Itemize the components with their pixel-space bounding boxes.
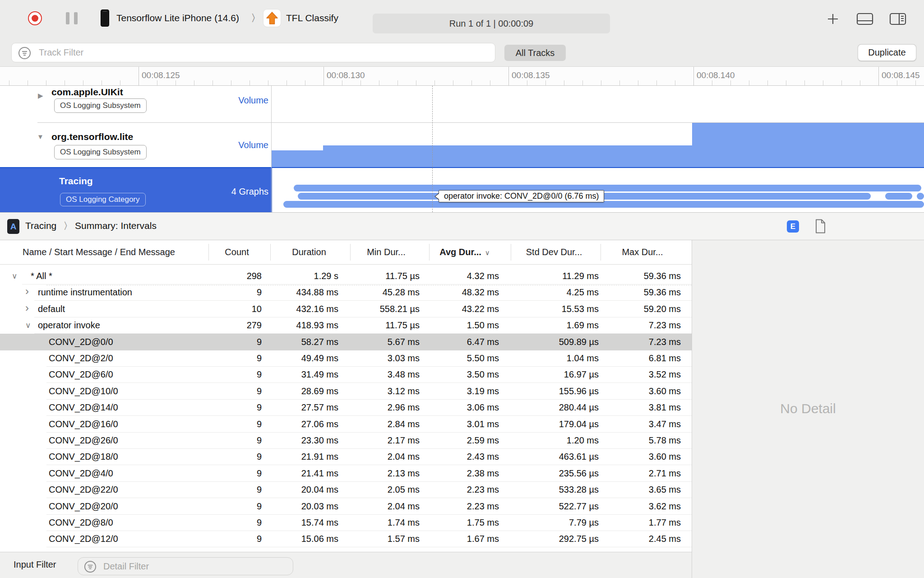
cell-value: 15.53 ms <box>513 304 599 314</box>
record-button[interactable] <box>28 11 42 25</box>
column-header-name[interactable]: Name / Start Message / End Message <box>23 247 175 257</box>
no-detail-placeholder: No Detail <box>692 401 924 416</box>
ruler-minor-tick <box>434 80 435 85</box>
detail-filter-input[interactable]: Detail Filter <box>78 557 293 575</box>
table-row[interactable]: ∨operator invoke279418.93 ms11.75 µs1.50… <box>0 317 692 334</box>
cell-value: 9 <box>211 402 262 413</box>
column-separator[interactable] <box>429 244 430 261</box>
cell-value: 16.97 µs <box>513 369 599 380</box>
row-disclosure-icon[interactable]: › <box>25 285 29 298</box>
cell-value: 2.23 ms <box>432 485 499 495</box>
ruler-minor-tick <box>65 80 65 85</box>
table-row[interactable]: CONV_2D@12/0915.06 ms1.57 ms1.67 ms292.7… <box>0 531 692 547</box>
run-info[interactable]: Run 1 of 1 | 00:00:09 <box>373 14 610 33</box>
add-instrument-icon[interactable] <box>827 13 839 27</box>
table-row[interactable]: CONV_2D@4/0921.41 ms2.13 ms2.38 ms235.56… <box>0 465 692 482</box>
duplicate-button[interactable]: Duplicate <box>858 44 916 61</box>
cell-name: default <box>38 304 65 314</box>
cell-name: CONV_2D@26/0 <box>49 435 118 446</box>
document-icon[interactable] <box>815 219 826 235</box>
app-icon <box>263 9 281 27</box>
row-disclosure-icon[interactable]: ∨ <box>12 271 17 281</box>
column-separator[interactable] <box>601 244 601 261</box>
ruler-minor-tick <box>749 80 749 85</box>
table-row[interactable]: CONV_2D@20/0920.03 ms2.04 ms2.23 ms522.7… <box>0 498 692 515</box>
track-title-tensorflow[interactable]: org.tensorflow.lite <box>51 131 133 142</box>
track-filter-input[interactable]: Track Filter <box>11 43 495 62</box>
track-header-tracing[interactable]: Tracing OS Logging Category 4 Graphs <box>0 168 271 212</box>
cell-value: 1.67 ms <box>432 534 499 544</box>
playhead-line[interactable] <box>432 86 433 212</box>
row-disclosure-icon[interactable]: ∨ <box>25 321 31 330</box>
table-row[interactable]: CONV_2D@14/0927.57 ms2.96 ms3.06 ms280.4… <box>0 399 692 416</box>
cell-value: 4.25 ms <box>513 287 599 298</box>
column-header[interactable]: Max Dur... <box>591 247 694 257</box>
cell-value: 59.20 ms <box>603 304 681 314</box>
instruments-window: Tensorflow Lite iPhone (14.6) 〉 TFL Clas… <box>0 0 924 578</box>
timeline-ruler[interactable]: 00:08.12500:08.13000:08.13500:08.14000:0… <box>0 67 924 86</box>
interval-tooltip: operator invoke: CONV_2D@0/0 (6.76 ms) <box>439 190 604 202</box>
filter-icon <box>84 560 97 575</box>
all-tracks-button[interactable]: All Tracks <box>504 45 566 61</box>
ruler-minor-tick <box>712 80 712 85</box>
table-row[interactable]: CONV_2D@26/0923.30 ms2.17 ms2.59 ms1.20 … <box>0 432 692 449</box>
table-row[interactable]: CONV_2D@2/0949.49 ms3.03 ms5.50 ms1.04 m… <box>0 350 692 367</box>
column-separator[interactable] <box>511 244 511 261</box>
table-row[interactable]: CONV_2D@22/0920.04 ms2.05 ms2.23 ms533.2… <box>0 481 692 498</box>
breadcrumb-page[interactable]: Summary: Intervals <box>75 220 157 231</box>
cell-value: 6.47 ms <box>432 337 499 347</box>
column-separator[interactable] <box>350 244 351 261</box>
cell-value: 23.30 ms <box>273 435 338 446</box>
cell-value: 9 <box>211 369 262 380</box>
cell-value: 2.43 ms <box>432 452 499 462</box>
column-header[interactable]: Avg Dur...∨ <box>413 247 517 257</box>
column-separator[interactable] <box>270 244 271 261</box>
ruler-minor-tick <box>656 80 657 85</box>
cell-value: 9 <box>211 287 262 298</box>
table-row[interactable]: ∨* All *2981.29 s11.75 µs4.32 ms11.29 ms… <box>0 268 692 284</box>
disclosure-collapsed-icon[interactable]: ▶ <box>38 92 43 100</box>
table-row[interactable]: CONV_2D@8/0915.74 ms1.74 ms1.75 ms7.79 µ… <box>0 514 692 531</box>
ruler-minor-tick <box>786 80 786 85</box>
cell-value: 2.59 ms <box>432 435 499 446</box>
cell-name: CONV_2D@20/0 <box>49 501 118 512</box>
table-row[interactable]: ›default10432.16 ms558.21 µs43.22 ms15.5… <box>0 301 692 317</box>
app-name[interactable]: TFL Classify <box>286 13 338 23</box>
histogram-segment <box>323 145 692 168</box>
interval-bar[interactable] <box>885 193 912 200</box>
cell-value: 3.47 ms <box>603 419 681 429</box>
disclosure-expanded-icon[interactable]: ▼ <box>37 133 44 140</box>
ruler-tick-label: 00:08.130 <box>327 70 365 80</box>
ruler-major-tick <box>508 67 509 85</box>
table-row[interactable]: CONV_2D@18/0921.91 ms2.04 ms2.43 ms463.6… <box>0 448 692 465</box>
extended-detail-button[interactable]: E <box>787 220 799 233</box>
breadcrumb-root[interactable]: Tracing <box>25 220 56 231</box>
cell-name: CONV_2D@16/0 <box>49 419 118 429</box>
track-title-uikit[interactable]: com.apple.UIKit <box>51 87 123 98</box>
interval-bar[interactable] <box>294 185 921 191</box>
ruler-tick-label: 00:08.135 <box>512 70 550 80</box>
cell-value: 434.88 ms <box>273 287 338 298</box>
table-row[interactable]: ›runtime instrumentation9434.88 ms45.28 … <box>0 284 692 301</box>
table-row[interactable]: CONV_2D@16/0927.06 ms2.84 ms3.01 ms179.0… <box>0 416 692 433</box>
bottom-panel-toggle-icon[interactable] <box>856 13 873 27</box>
pause-button[interactable] <box>66 12 78 24</box>
right-panel-toggle-icon[interactable] <box>889 13 906 27</box>
interval-bar[interactable] <box>917 193 924 200</box>
cell-value: 10 <box>211 304 262 314</box>
cell-value: 235.56 µs <box>513 468 599 479</box>
ruler-minor-tick <box>213 80 213 85</box>
cell-name: CONV_2D@6/0 <box>49 369 113 380</box>
ruler-minor-tick <box>638 80 638 85</box>
track-strategy-uikit: Volume <box>196 95 268 106</box>
ruler-minor-tick <box>305 80 305 85</box>
ruler-minor-tick <box>804 80 805 85</box>
device-name[interactable]: Tensorflow Lite iPhone (14.6) <box>116 13 239 23</box>
track-title-tracing[interactable]: Tracing <box>59 176 93 186</box>
row-disclosure-icon[interactable]: › <box>25 302 29 314</box>
cell-value: 3.65 ms <box>603 485 681 495</box>
table-row[interactable]: CONV_2D@0/0958.27 ms5.67 ms6.47 ms509.89… <box>0 334 692 350</box>
column-separator[interactable] <box>208 244 209 261</box>
table-row[interactable]: CONV_2D@10/0928.69 ms3.12 ms3.19 ms155.9… <box>0 383 692 400</box>
table-row[interactable]: CONV_2D@6/0931.49 ms3.48 ms3.50 ms16.97 … <box>0 366 692 383</box>
